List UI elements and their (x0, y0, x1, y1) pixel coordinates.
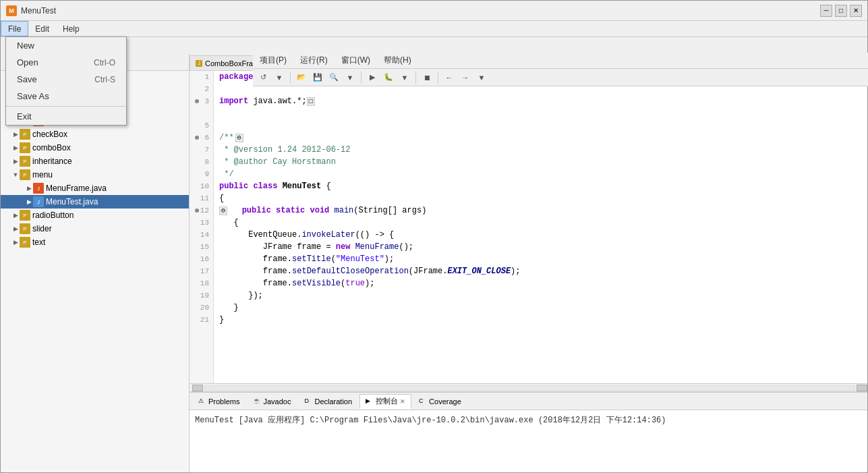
toolbar-btn2[interactable]: 💾 (310, 70, 325, 85)
toolbar-search[interactable]: 🔍 (326, 70, 341, 85)
menu-helpch[interactable]: 帮助(H) (377, 55, 418, 66)
toolbar-forward[interactable]: → (458, 70, 473, 85)
toolbar-run[interactable]: ▶ (365, 70, 380, 85)
java-icon-menutest: J (33, 196, 44, 207)
menu-save[interactable]: Save Ctrl-S (6, 71, 126, 88)
ln-18: 18 (194, 277, 209, 289)
tree-item-text[interactable]: ▶ P text (1, 235, 189, 249)
tab-javadoc[interactable]: ☕ Javadoc (247, 394, 297, 409)
code-line-19: }); (219, 289, 862, 302)
ln-11: 11 (194, 192, 209, 204)
tree-view: ▶ P border ▼ P c ▶ J Child.java (1, 71, 189, 472)
tree-toggle-checkbox: ▶ (11, 130, 20, 138)
tree-item-checkbox[interactable]: ▶ P checkBox (1, 128, 189, 141)
tree-label-inheritance: inheritance (32, 157, 72, 166)
toolbar-debug[interactable]: 🐛 (381, 70, 396, 85)
tab-console[interactable]: ▶ 控制台 ✕ (359, 394, 411, 409)
console-icon: ▶ (366, 397, 374, 406)
close-button[interactable]: ✕ (850, 5, 862, 17)
scroll-left-btn[interactable] (192, 385, 203, 391)
code-line-16: frame.setTitle("MenuTest"); (219, 253, 862, 265)
menu-window[interactable]: 窗口(W) (335, 55, 377, 66)
tree-item-menutest[interactable]: ▶ J MenuTest.java (1, 195, 189, 208)
tab-declaration-label: Declaration (314, 397, 352, 406)
sep3 (415, 72, 416, 84)
menu-edit[interactable]: Edit (28, 21, 56, 36)
tree-toggle-text: ▶ (11, 238, 20, 246)
ln-10: 10 (194, 180, 209, 192)
title-controls: ─ □ ✕ (820, 5, 862, 17)
toolbar-dropdown1[interactable]: ▼ (272, 70, 287, 85)
tree-label-menu: menu (32, 170, 53, 179)
tree-item-menu[interactable]: ▼ P menu (1, 168, 189, 182)
pkg-icon-inheritance: P (20, 156, 30, 167)
pkg-icon-radiobutton: P (20, 210, 30, 221)
toolbar-stop[interactable]: ⏹ (419, 70, 434, 85)
title-bar: M MenuTest ─ □ ✕ (1, 1, 867, 21)
tab-problems[interactable]: ⚠ Problems (192, 394, 245, 409)
toolbar-refresh[interactable]: ↺ (256, 70, 270, 85)
menu-run[interactable]: 运行(R) (293, 55, 335, 66)
console-close-icon[interactable]: ✕ (400, 398, 405, 405)
ln-14: 14 (194, 229, 209, 241)
scroll-right-btn[interactable] (857, 385, 867, 391)
maximize-button[interactable]: □ (835, 5, 847, 17)
ln-21: 21 (194, 314, 209, 326)
code-line-6: /**⊖ (219, 132, 862, 144)
code-editor[interactable]: 1 2 3 5 6 7 8 9 10 11 12 13 14 (190, 71, 867, 383)
code-line-14: EventQueue.invokeLater(() -> { (219, 229, 862, 241)
code-line-9: */ (219, 168, 862, 180)
ln-19: 19 (194, 289, 209, 302)
tab-icon-comboboxfra: J (196, 60, 202, 67)
ln-blank (194, 107, 209, 119)
console-output: MenuTest [Java 应用程序] C:\Program Files\Ja… (190, 410, 867, 472)
menu-project[interactable]: 项目(P) (253, 55, 293, 66)
coverage-icon: C (419, 397, 427, 406)
code-line-3: import java.awt.*;□ (219, 95, 862, 107)
pkg-icon-text: P (20, 237, 30, 248)
ln-9: 9 (194, 168, 209, 180)
code-line-11: { (219, 192, 862, 204)
menu-help[interactable]: Help (56, 21, 86, 36)
toolbar-dropdown4[interactable]: ▼ (474, 70, 489, 85)
ln-15: 15 (194, 241, 209, 253)
toolbar-dropdown3[interactable]: ▼ (397, 70, 412, 85)
tab-coverage[interactable]: C Coverage (413, 394, 467, 409)
tree-item-slider[interactable]: ▶ P slider (1, 222, 189, 235)
toolbar-dropdown2[interactable]: ▼ (343, 70, 357, 85)
menu-open[interactable]: Open Ctrl-O (6, 54, 126, 71)
tab-javadoc-label: Javadoc (263, 397, 291, 406)
secondary-menubar: 项目(P) 运行(R) 窗口(W) 帮助(H) (253, 53, 868, 69)
tab-declaration[interactable]: D Declaration (298, 394, 358, 409)
toolbar-btn1[interactable]: 📂 (294, 70, 309, 85)
sep1 (290, 72, 291, 84)
window-title: MenuTest (21, 6, 56, 16)
pkg-icon-slider: P (20, 223, 30, 234)
toolbar-secondary: ↺ ▼ 📂 💾 🔍 ▼ ▶ 🐛 ▼ ⏹ ← → ▼ (253, 69, 868, 86)
code-line-21: } (219, 314, 862, 326)
menu-new[interactable]: New (6, 37, 126, 54)
panel-tabs: ⚠ Problems ☕ Javadoc D Declaration ▶ 控制台 (190, 393, 867, 410)
code-line-8: * @author Cay Horstmann (219, 156, 862, 168)
tree-item-menuframe[interactable]: ▶ J MenuFrame.java (1, 182, 189, 195)
menu-save-as[interactable]: Save As (6, 88, 126, 105)
tree-item-combobox[interactable]: ▶ P comboBox (1, 141, 189, 155)
tree-toggle-menutest: ▶ (25, 198, 33, 206)
tree-toggle-combobox: ▶ (11, 144, 20, 152)
ln-8: 8 (194, 156, 209, 168)
menu-file[interactable]: File (1, 21, 28, 36)
code-content: 1 2 3 5 6 7 8 9 10 11 12 13 14 (190, 71, 867, 383)
horizontal-scrollbar[interactable] (190, 383, 867, 391)
ln-16: 16 (194, 253, 209, 265)
tree-item-inheritance[interactable]: ▶ P inheritance (1, 155, 189, 168)
menu-exit[interactable]: Exit (6, 108, 126, 125)
ln-12: 12 (194, 204, 209, 217)
toolbar-back[interactable]: ← (442, 70, 457, 85)
tree-item-radiobutton[interactable]: ▶ P radioButton (1, 208, 189, 222)
tree-label-text: text (32, 238, 45, 247)
ln-1: 1 (194, 71, 209, 83)
scroll-track[interactable] (204, 385, 855, 391)
minimize-button[interactable]: ─ (820, 5, 832, 17)
tab-coverage-label: Coverage (429, 397, 461, 406)
ln-13: 13 (194, 217, 209, 229)
